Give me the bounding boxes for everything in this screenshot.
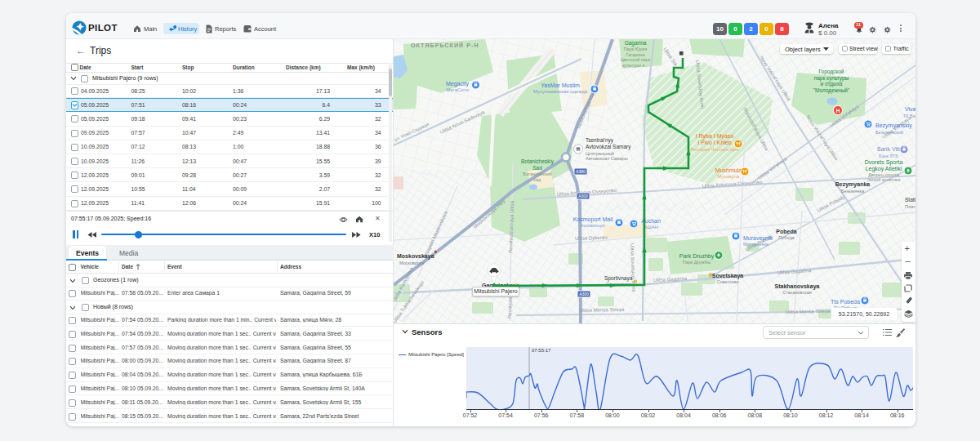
svg-text:Muraveynik: Muraveynik: [743, 235, 773, 242]
svg-text:Космопорт: Космопорт: [581, 223, 605, 228]
svg-text:Парк Дружбы: Парк Дружбы: [683, 260, 710, 265]
svg-text:Pobeda: Pobeda: [776, 228, 796, 234]
svg-text:H: H: [836, 107, 840, 113]
svg-text:Ulitsa Morisa Toreza: Ulitsa Morisa Toreza: [786, 309, 831, 314]
svg-text:Московская: Московская: [399, 260, 424, 265]
svg-text:A300: A300: [579, 292, 589, 296]
svg-text:Station: Station: [905, 197, 915, 203]
svg-text:Mushmula: Mushmula: [715, 167, 742, 173]
svg-text:Bezymyanskiy: Bezymyanskiy: [875, 122, 912, 129]
svg-text:Ресторан Честных Цен: Ресторан Честных Цен: [691, 146, 739, 151]
svg-text:культуры и...: культуры и...: [622, 62, 649, 67]
svg-text:Kosmoport Mall: Kosmoport Mall: [573, 216, 613, 223]
svg-text:Цветской парк: Цветской парк: [621, 57, 651, 62]
svg-text:Bank Vtb: Bank Vtb: [877, 146, 901, 152]
svg-text:легкой атлетики: легкой атлетики: [867, 176, 901, 181]
svg-text:МегаСити: МегаСити: [446, 87, 469, 92]
svg-text:I Pivo I Khleb: I Pivo I Khleb: [697, 140, 731, 145]
svg-text:ОКТЯБРЬСКИЙ Р-Н: ОКТЯБРЬСКИЙ Р-Н: [411, 42, 479, 48]
svg-text:АШАН: АШАН: [644, 225, 658, 229]
svg-text:Viva: Viva: [905, 106, 915, 112]
svg-text:Gagarina: Gagarina: [625, 40, 647, 47]
svg-text:Sad: Sad: [532, 164, 542, 170]
svg-text:Moskovskaya: Moskovskaya: [397, 253, 434, 260]
svg-text:A380: A380: [576, 169, 586, 174]
svg-text:Муравейник: Муравейник: [743, 242, 769, 247]
svg-text:Sovetskaya: Sovetskaya: [712, 273, 744, 279]
svg-text:Legkoy Atletiki: Legkoy Atletiki: [866, 165, 902, 172]
svg-text:I Ryba I Myaso: I Ryba I Myaso: [696, 133, 734, 140]
svg-text:Bezymyanka: Bezymyanka: [835, 181, 871, 188]
svg-text:Tts Pobeda: Tts Pobeda: [831, 298, 860, 304]
svg-text:YasMar Muslim: YasMar Muslim: [541, 82, 580, 88]
svg-text:Автовокзал Самары: Автовокзал Самары: [586, 156, 628, 161]
svg-text:ТК Вив: ТК Вив: [903, 113, 915, 118]
svg-text:A300: A300: [578, 194, 588, 198]
svg-text:сад: сад: [533, 176, 541, 181]
svg-text:Stakhanovskaya: Stakhanovskaya: [775, 283, 820, 290]
svg-text:Мушмула: Мушмула: [718, 174, 740, 179]
svg-text:Победа: Победа: [778, 235, 795, 240]
svg-text:Безымянка: Безымянка: [841, 188, 865, 193]
svg-text:Советская: Советская: [717, 279, 739, 284]
svg-text:Park Druzhby: Park Druzhby: [679, 253, 715, 260]
svg-text:Мусульманская одежда: Мусульманская одежда: [533, 89, 588, 94]
svg-text:Стахановская: Стахановская: [782, 290, 812, 295]
svg-text:Банк ВТБ: Банк ВТБ: [879, 153, 898, 158]
svg-text:Парк Юрия: Парк Юрия: [624, 47, 648, 51]
svg-text:Revolyuts: Revolyuts: [507, 296, 513, 318]
svg-text:Безымянский: Безымянский: [875, 129, 903, 134]
svg-text:Ulitsa Morisa Toreza: Ulitsa Morisa Toreza: [580, 307, 625, 313]
svg-text:Платфор: Платфор: [905, 203, 915, 208]
svg-text:Ботанический: Ботанический: [523, 172, 551, 176]
svg-text:Центральный: Центральный: [586, 150, 614, 155]
svg-text:Avtovokzal Samary: Avtovokzal Samary: [586, 143, 631, 149]
svg-text:"Молодежный": "Молодежный": [813, 87, 850, 93]
svg-text:Megacity: Megacity: [446, 81, 470, 87]
svg-text:Гагарина: Гагарина: [626, 51, 646, 56]
